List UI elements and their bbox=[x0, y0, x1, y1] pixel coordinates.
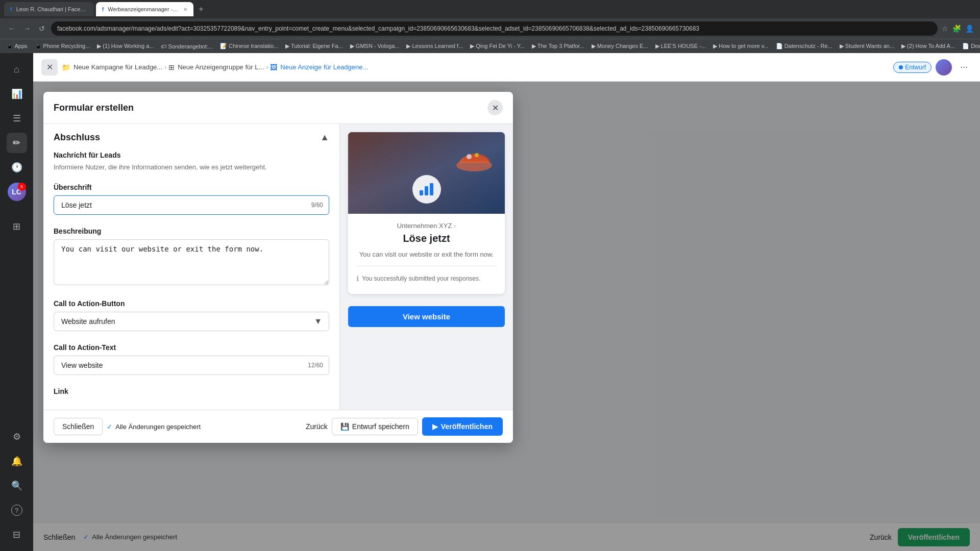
breadcrumb: 📁 Neue Kampagne für Leadge... › ⊞ Neue A… bbox=[62, 63, 889, 71]
bookmark-getmore[interactable]: ▶ How to get more v... bbox=[711, 42, 771, 51]
breadcrumb-sep-2: › bbox=[266, 64, 268, 71]
nav-more-icon[interactable]: ··· bbox=[956, 60, 972, 74]
footer-left: Schließen ✓ Alle Änderungen gespeichert bbox=[54, 418, 201, 435]
beschreibung-textarea[interactable]: You can visit our website or exit the fo… bbox=[54, 239, 329, 285]
bookmark-tutorial[interactable]: ▶ Tutorial: Eigene Fa... bbox=[283, 42, 345, 51]
publish-icon: ▶ bbox=[432, 422, 438, 431]
tab-ads-manager[interactable]: f Werbeanzeigenmanager - We... ✕ bbox=[96, 2, 194, 16]
bookmark-money[interactable]: ▶ Money Changes E... bbox=[590, 42, 650, 51]
left-sidebar: ⌂ 📊 ☰ ✏ 🕐 LC 5 ⊞ ⚙ 🔔 🔍 ? bbox=[0, 53, 33, 551]
preview-image bbox=[348, 132, 505, 214]
nav-close-btn[interactable]: ✕ bbox=[41, 59, 58, 76]
preview-divider bbox=[356, 266, 497, 266]
footer-close-button[interactable]: Schließen bbox=[54, 418, 103, 435]
bookmark-chinese[interactable]: 📝 Chinese translatio... bbox=[218, 42, 280, 51]
breadcrumb-item-3[interactable]: 🖼 Neue Anzeige für Leadgene... bbox=[270, 63, 368, 71]
svg-rect-4 bbox=[425, 186, 428, 195]
lead-message-group: Nachricht für Leads Informiere Nutzer, d… bbox=[54, 151, 329, 171]
preview-company: Unternehmen XYZ › bbox=[356, 222, 497, 230]
sidebar-item-edit[interactable]: ✏ bbox=[7, 133, 27, 153]
save-icon: 💾 bbox=[340, 422, 349, 431]
preview-cta-button[interactable]: View website bbox=[348, 306, 505, 327]
bookmark-phone[interactable]: 📱 Phone Recycling... bbox=[33, 42, 92, 51]
ueberschrift-input[interactable] bbox=[54, 195, 329, 215]
sidebar-item-search[interactable]: 🔍 bbox=[7, 475, 27, 496]
extension-icon[interactable]: 🧩 bbox=[952, 24, 961, 33]
cta-button-group: Call to Action-Button Website aufrufen M… bbox=[54, 299, 329, 331]
chevron-up-icon: ▲ bbox=[320, 132, 329, 142]
status-dot bbox=[899, 65, 903, 69]
section-toggle-button[interactable]: ▲ bbox=[320, 132, 329, 143]
bell-icon: 🔔 bbox=[11, 456, 22, 467]
ueberschrift-input-wrapper: 9/60 bbox=[54, 195, 329, 215]
content-area: ✕ 📁 Neue Kampagne für Leadge... › ⊞ Neue… bbox=[33, 53, 980, 551]
reload-button[interactable]: ↺ bbox=[37, 22, 47, 35]
cta-text-input-wrapper: 12/60 bbox=[54, 356, 329, 375]
bookmark-gmsn[interactable]: ▶ GMSN - Vologa... bbox=[348, 42, 402, 51]
nav-avatar[interactable] bbox=[936, 59, 952, 76]
svg-point-1 bbox=[467, 154, 472, 159]
tab-close-icon[interactable]: ✕ bbox=[183, 7, 187, 12]
breadcrumb-item-1[interactable]: 📁 Neue Kampagne für Leadge... bbox=[62, 63, 162, 71]
modal-close-button[interactable]: ✕ bbox=[487, 100, 503, 115]
bookmark-1[interactable]: ▶ (1) How Working a... bbox=[95, 42, 156, 51]
bookmark-star-icon[interactable]: ☆ bbox=[942, 24, 948, 33]
bookmark-download[interactable]: 📄 Download - Cooki... bbox=[960, 42, 980, 51]
bookmark-lessons[interactable]: ▶ Lessons Learned f... bbox=[404, 42, 465, 51]
sidebar-item-layers[interactable]: ⊟ bbox=[7, 524, 27, 545]
veroeffentlichen-button[interactable]: ▶ Veröffentlichen bbox=[422, 417, 503, 436]
tab-facebook[interactable]: f Leon R. Chaudhari | Facebook bbox=[4, 2, 94, 16]
chevron-right-icon: › bbox=[454, 222, 456, 230]
layers-icon: ⊟ bbox=[13, 529, 20, 540]
bookmark-howto[interactable]: ▶ (2) How To Add A... bbox=[899, 42, 957, 51]
address-bar: ← → ↺ ☆ 🧩 👤 bbox=[0, 18, 980, 39]
cta-text-input[interactable] bbox=[54, 356, 329, 375]
footer-right: Zurück 💾 Entwurf speichern ▶ Veröffentli… bbox=[306, 417, 503, 436]
bookmark-datenschutz[interactable]: 📄 Datenschutz - Re... bbox=[774, 42, 835, 51]
bookmark-lee[interactable]: ▶ LEE'S HOUSE -... bbox=[653, 42, 708, 51]
cta-text-char-count: 12/60 bbox=[308, 362, 323, 369]
sidebar-item-settings[interactable]: ⚙ bbox=[7, 427, 27, 447]
sidebar-item-user[interactable]: LC 5 bbox=[7, 182, 27, 202]
notification-badge: 5 bbox=[18, 183, 26, 191]
section-title: Abschluss bbox=[54, 132, 100, 143]
cta-button-select[interactable]: Website aufrufen Mehr erfahren Jetzt kau… bbox=[54, 312, 329, 331]
cta-button-label: Call to Action-Button bbox=[54, 299, 329, 308]
new-tab-button[interactable]: + bbox=[195, 5, 206, 14]
preview-headline: Löse jetzt bbox=[356, 233, 497, 244]
breadcrumb-item-2[interactable]: ⊞ Neue Anzeigengruppe für L... bbox=[168, 63, 264, 71]
bookmark-apps[interactable]: 📱 Apps bbox=[4, 42, 30, 51]
sidebar-item-history[interactable]: 🕐 bbox=[7, 157, 27, 178]
beschreibung-group: Beschreibung You can visit our website o… bbox=[54, 227, 329, 287]
check-icon: ✓ bbox=[107, 423, 112, 431]
help-icon: ? bbox=[11, 505, 22, 516]
preview-card-body: Unternehmen XYZ › Löse jetzt You can vis… bbox=[348, 214, 505, 294]
bookmark-top3[interactable]: ▶ The Top 3 Platfor... bbox=[530, 42, 586, 51]
settings-icon: ⚙ bbox=[13, 431, 21, 442]
url-input[interactable] bbox=[51, 21, 938, 36]
forward-button[interactable]: → bbox=[21, 22, 33, 35]
image-icon-3: 🖼 bbox=[270, 63, 277, 71]
ueberschrift-char-count: 9/60 bbox=[311, 202, 323, 209]
bookmark-qing[interactable]: ▶ Qing Fei De Yi - Y... bbox=[468, 42, 527, 51]
form-content: Nachricht für Leads Informiere Nutzer, d… bbox=[43, 151, 339, 410]
bookmark-sonder[interactable]: 🏷 Sonderangebot:... bbox=[159, 42, 215, 51]
sidebar-item-home[interactable]: ⌂ bbox=[7, 59, 27, 80]
link-group: Link bbox=[54, 387, 329, 395]
back-button[interactable]: ← bbox=[6, 22, 17, 35]
bookmark-student[interactable]: ▶ Student Wants an... bbox=[838, 42, 896, 51]
preview-logo-icon bbox=[419, 181, 435, 197]
entwurf-speichern-button[interactable]: 💾 Entwurf speichern bbox=[332, 418, 418, 435]
beschreibung-label: Beschreibung bbox=[54, 227, 329, 235]
sidebar-item-bell[interactable]: 🔔 bbox=[7, 451, 27, 471]
sidebar-item-help[interactable]: ? bbox=[7, 500, 27, 520]
footer-back-button[interactable]: Zurück bbox=[306, 422, 328, 431]
svg-rect-5 bbox=[430, 183, 433, 195]
sidebar-item-analytics[interactable]: 📊 bbox=[7, 84, 27, 104]
modal-body: Abschluss ▲ Nachricht für Leads Informie… bbox=[43, 124, 513, 410]
svg-point-2 bbox=[475, 153, 479, 157]
cta-text-group: Call to Action-Text 12/60 bbox=[54, 343, 329, 375]
section-header: Abschluss ▲ bbox=[43, 124, 339, 151]
sidebar-item-grid[interactable]: ⊞ bbox=[7, 216, 27, 237]
sidebar-item-menu[interactable]: ☰ bbox=[7, 108, 27, 129]
